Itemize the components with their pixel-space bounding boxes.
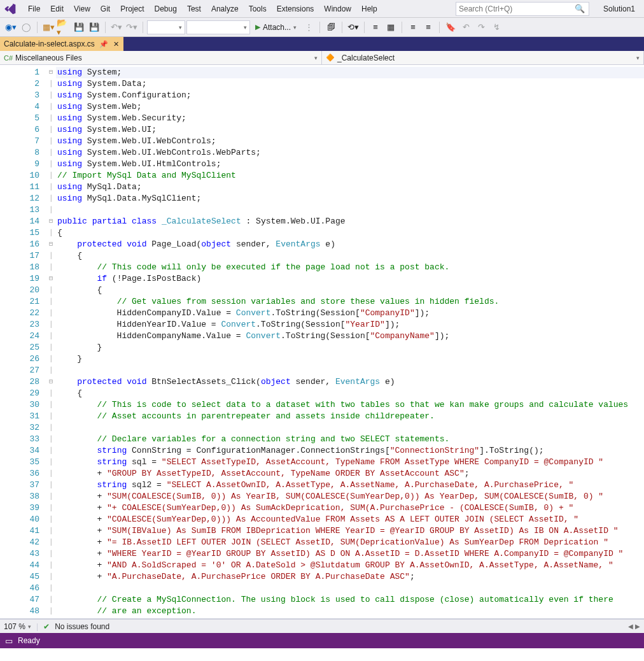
code-content[interactable]: using System;using System.Data;using Sys… [56,65,644,618]
menu-analyze[interactable]: Analyze [206,2,244,16]
editor-bottom-bar: 107 % ▾ | ✔ No issues found ◀ ▶ [0,619,644,633]
search-input[interactable] [459,4,573,13]
csharp-icon: C# [4,53,13,62]
nav-back-button[interactable]: ◉▾ [4,20,18,34]
pin-icon[interactable]: 📌 [99,39,109,49]
clear-bookmarks-button: ↯ [489,20,503,34]
menu-project[interactable]: Project [115,2,149,16]
scroll-arrows[interactable]: ◀ ▶ [628,623,640,630]
status-ready: Ready [18,636,40,645]
output-icon[interactable]: ▭ [5,636,13,646]
toggle-tree-button[interactable]: ▦ [384,20,398,34]
quick-launch-search[interactable]: 🔍 [456,2,589,16]
menu-git[interactable]: Git [95,2,115,16]
indent-less-button[interactable]: ≡ [406,20,420,34]
nav-forward-button: ◯ [19,20,33,34]
attach-label: Attach... [263,23,291,32]
menu-help[interactable]: Help [356,2,382,16]
undo-button: ↶▾ [109,20,123,34]
new-project-button[interactable]: ▦▾ [41,20,55,34]
open-file-button[interactable]: 📂▾ [57,20,71,34]
scope-combo[interactable]: C# Miscellaneous Files [0,51,322,64]
menu-bar: FileEditViewGitProjectDebugTestAnalyzeTo… [0,0,644,18]
menu-debug[interactable]: Debug [150,2,182,16]
menu-tools[interactable]: Tools [244,2,272,16]
issues-label: No issues found [55,622,109,631]
vs-logo-icon [3,1,18,17]
browser-link-button[interactable]: ⟲▾ [346,20,360,34]
separator [402,22,402,33]
close-icon[interactable]: ✕ [113,39,120,49]
search-icon[interactable]: 🔍 [573,4,586,13]
menu-view[interactable]: View [69,2,95,16]
separator [143,22,143,33]
fold-column[interactable]: ⊟││││││││││││⊟│⊟││⊟││││││││⊟││││││││││││… [46,65,56,618]
tab-filename: Calculate-in-select.aspx.cs [4,39,95,48]
class-icon: 🔶 [326,53,335,62]
separator [439,22,440,33]
code-editor[interactable]: 1234567891011121314151617181920212223242… [0,65,644,619]
menu-extensions[interactable]: Extensions [272,2,319,16]
toggle-outline-button[interactable]: ≡ [368,20,382,34]
separator [105,22,106,33]
class-combo[interactable]: 🔶 _CalculateSelect [322,51,644,64]
line-number-gutter: 1234567891011121314151617181920212223242… [0,65,46,618]
code-nav-bar: C# Miscellaneous Files 🔶 _CalculateSelec… [0,51,644,65]
solution-config-combo[interactable] [147,20,185,34]
standard-toolbar: ◉▾ ◯ ▦▾ 📂▾ 💾 💾 ↶▾ ↷▾ ▶ Attach... ▾ ⋮ 🗐 ⟲… [0,18,644,37]
redo-button: ↷▾ [125,20,139,34]
status-bar: ▭ Ready [0,633,644,648]
play-icon: ▶ [255,23,260,31]
save-button[interactable]: 💾 [72,20,86,34]
separator [364,22,365,33]
indent-more-button[interactable]: ≡ [421,20,435,34]
separator [319,22,320,33]
scope-label: Miscellaneous Files [15,53,82,62]
menu-window[interactable]: Window [319,2,356,16]
find-in-files-button[interactable]: 🗐 [324,20,338,34]
solution-name[interactable]: Solution1 [597,2,641,16]
ok-icon: ✔ [43,622,50,631]
zoom-value: 107 % [4,622,25,631]
separator [37,22,38,33]
class-label: _CalculateSelect [337,53,395,62]
step-button: ⋮ [302,20,316,34]
prev-bookmark-button: ↶ [459,20,473,34]
save-all-button[interactable]: 💾 [87,20,101,34]
solution-platform-combo[interactable] [186,20,250,34]
menu-test[interactable]: Test [182,2,206,16]
next-bookmark-button: ↷ [474,20,488,34]
attach-debugger-button[interactable]: ▶ Attach... ▾ [251,20,300,34]
zoom-combo[interactable]: 107 % ▾ [4,622,31,631]
bookmark-button[interactable]: 🔖 [444,20,458,34]
menu-file[interactable]: File [23,2,45,16]
file-tab-active[interactable]: Calculate-in-select.aspx.cs 📌 ✕ [0,37,123,51]
separator [342,22,342,33]
document-tab-strip: Calculate-in-select.aspx.cs 📌 ✕ [0,37,644,51]
menu-edit[interactable]: Edit [45,2,69,16]
